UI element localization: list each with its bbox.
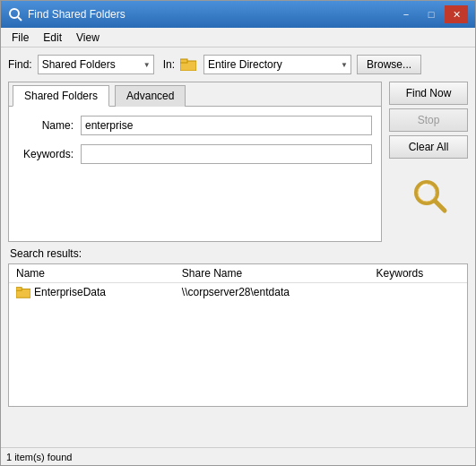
- window-title: Find Shared Folders: [28, 8, 125, 21]
- browse-button[interactable]: Browse...: [357, 55, 421, 74]
- minimize-button[interactable]: −: [394, 5, 418, 23]
- menu-view[interactable]: View: [69, 30, 107, 46]
- title-bar-controls: − □ ✕: [394, 5, 468, 23]
- tab-advanced[interactable]: Advanced: [115, 85, 186, 107]
- name-label: Name:: [18, 119, 81, 132]
- window-icon: [8, 7, 22, 22]
- svg-rect-8: [16, 288, 22, 291]
- directory-icon: [180, 58, 196, 71]
- name-cell-content: EnterpriseData: [16, 286, 168, 298]
- results-table-wrapper[interactable]: Name Share Name Keywords EnterpriseData\…: [8, 263, 468, 407]
- in-combo[interactable]: Entire Directory: [203, 55, 351, 74]
- right-panel: Find Now Stop Clear All: [389, 82, 468, 247]
- tab-shared-folders[interactable]: Shared Folders: [13, 85, 109, 107]
- find-combo-wrapper: Shared Folders: [38, 55, 154, 74]
- title-bar-left: Find Shared Folders: [8, 7, 125, 22]
- left-panel: Shared Folders Advanced Name: Keywords:: [8, 82, 382, 247]
- menu-file[interactable]: File: [4, 30, 36, 46]
- col-share-name: Share Name: [175, 264, 369, 283]
- status-bar: 1 item(s) found: [1, 447, 475, 465]
- main-window: Find Shared Folders − □ ✕ File Edit View…: [0, 0, 476, 466]
- results-table: Name Share Name Keywords EnterpriseData\…: [9, 264, 467, 301]
- find-label: Find:: [8, 58, 32, 71]
- close-button[interactable]: ✕: [445, 5, 468, 23]
- content-area: Shared Folders Advanced Name: Keywords:: [8, 82, 468, 247]
- find-combo[interactable]: Shared Folders: [38, 55, 154, 74]
- menu-bar: File Edit View: [1, 28, 475, 47]
- name-input[interactable]: [81, 116, 372, 135]
- keywords-input[interactable]: [81, 144, 372, 164]
- col-keywords: Keywords: [369, 264, 467, 283]
- col-name: Name: [9, 264, 175, 283]
- search-icon-area: [389, 173, 468, 216]
- keywords-row: Keywords:: [18, 144, 372, 164]
- svg-rect-3: [180, 59, 187, 63]
- svg-line-6: [435, 201, 445, 211]
- name-row: Name:: [18, 116, 372, 135]
- tab-container: Shared Folders Advanced Name: Keywords:: [8, 82, 382, 242]
- in-combo-wrapper: Entire Directory: [203, 55, 351, 74]
- clear-all-button[interactable]: Clear All: [389, 135, 468, 159]
- tab-header: Shared Folders Advanced: [9, 82, 381, 107]
- shared-folder-icon: [16, 286, 30, 298]
- stop-button[interactable]: Stop: [389, 108, 468, 132]
- status-text: 1 item(s) found: [6, 452, 72, 462]
- menu-edit[interactable]: Edit: [36, 30, 69, 46]
- cell-share-name: \\corpserver28\entdata: [175, 283, 369, 302]
- title-bar: Find Shared Folders − □ ✕: [1, 1, 475, 28]
- in-label: In:: [163, 58, 175, 71]
- tab-content: Name: Keywords:: [9, 107, 381, 241]
- main-content: Find: Shared Folders In: Entire Director…: [1, 47, 475, 414]
- table-row[interactable]: EnterpriseData\\corpserver28\entdata: [9, 283, 467, 302]
- svg-line-1: [18, 17, 22, 21]
- restore-button[interactable]: □: [420, 5, 443, 23]
- find-now-button[interactable]: Find Now: [389, 82, 468, 105]
- find-row: Find: Shared Folders In: Entire Director…: [8, 55, 468, 74]
- svg-point-0: [10, 9, 19, 18]
- cell-name: EnterpriseData: [9, 283, 175, 302]
- results-label: Search results:: [8, 247, 468, 260]
- folder-name: EnterpriseData: [34, 286, 106, 298]
- search-decorative-icon: [407, 173, 450, 216]
- cell-keywords: [369, 283, 467, 302]
- svg-point-5: [418, 184, 436, 202]
- keywords-label: Keywords:: [18, 148, 81, 160]
